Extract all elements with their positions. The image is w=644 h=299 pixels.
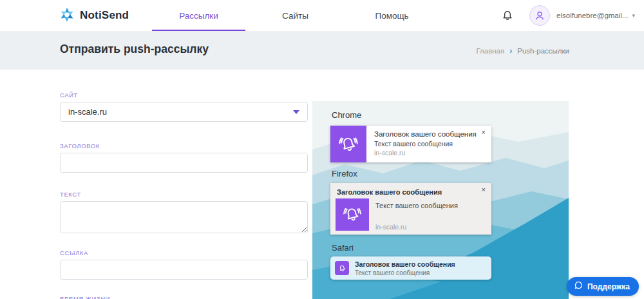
- site-select-value: in-scale.ru: [68, 107, 107, 117]
- site-label: САЙТ: [60, 92, 308, 99]
- safari-notification-body: Заголовок вашего сообщения Текст вашего …: [349, 260, 455, 276]
- chrome-notification-text: Текст вашего сообщения: [374, 140, 477, 148]
- firefox-notification-text: Текст вашего сообщения: [375, 202, 458, 209]
- chrome-notification-bell-icon: [330, 126, 366, 162]
- support-button-label: Поддержка: [587, 282, 630, 291]
- breadcrumb-chevron-icon: ›: [509, 46, 512, 55]
- chrome-notification-url: in-scale.ru: [374, 149, 477, 157]
- title-label: ЗАГОЛОВОК: [60, 142, 308, 150]
- select-caret-icon: [293, 110, 299, 114]
- tab-rassylki[interactable]: Рассылки: [152, 0, 245, 31]
- nav-right-cluster: elsolfunebre@gmail... ▾: [501, 0, 644, 31]
- push-form: САЙТ in-scale.ru ЗАГОЛОВОК ТЕКСТ ССЫЛКА …: [60, 70, 308, 299]
- site-select[interactable]: in-scale.ru: [60, 102, 308, 122]
- breadcrumb-current: Push-рассылки: [517, 47, 569, 55]
- link-label: ССЫЛКА: [60, 249, 308, 256]
- notification-preview-panel: Chrome Заголовок вашего сообщения Текст …: [312, 101, 569, 299]
- field-group-site: САЙТ in-scale.ru: [60, 92, 308, 122]
- field-group-ttl: ВРЕМЯ ЖИЗНИ: [60, 295, 308, 299]
- firefox-notification-bell-icon: [336, 198, 369, 231]
- field-group-link: ССЫЛКА: [60, 249, 308, 280]
- top-navbar: NotiSend Рассылки Сайты Помощь elsolfune…: [0, 0, 644, 31]
- notifications-bell-icon[interactable]: [501, 9, 514, 22]
- ttl-label: ВРЕМЯ ЖИЗНИ: [60, 295, 308, 299]
- firefox-label: Firefox: [332, 169, 357, 178]
- chrome-notification-body: Заголовок вашего сообщения Текст вашего …: [366, 126, 483, 162]
- page-header-strip: Отправить push-рассылку Главная › Push-р…: [0, 31, 644, 70]
- safari-notification-title: Заголовок вашего сообщения: [355, 260, 455, 268]
- safari-label: Safari: [332, 243, 354, 253]
- text-textarea[interactable]: [60, 201, 308, 233]
- text-label: ТЕКСТ: [60, 191, 308, 198]
- field-group-title: ЗАГОЛОВОК: [60, 142, 308, 173]
- chrome-close-icon[interactable]: ×: [482, 129, 486, 136]
- firefox-notification-url: in-scale.ru: [375, 223, 406, 231]
- firefox-notification-title: Заголовок вашего сообщения: [337, 188, 442, 196]
- user-email[interactable]: elsolfunebre@gmail...: [556, 12, 628, 19]
- safari-notification-text: Текст вашего сообщения: [355, 269, 455, 276]
- account-dropdown-caret-icon[interactable]: ▾: [632, 12, 635, 19]
- breadcrumb: Главная › Push-рассылки: [476, 46, 569, 55]
- notisend-pinwheel-icon: [58, 5, 76, 26]
- chat-bubble-icon: [574, 280, 583, 293]
- chrome-notification-title: Заголовок вашего сообщения: [374, 130, 477, 138]
- main-nav: Рассылки Сайты Помощь: [152, 0, 442, 31]
- link-input[interactable]: [60, 260, 308, 280]
- safari-notification-preview: Заголовок вашего сообщения Текст вашего …: [330, 256, 491, 280]
- user-avatar[interactable]: [529, 5, 550, 26]
- chrome-label: Chrome: [332, 110, 361, 120]
- tab-sajty[interactable]: Сайты: [249, 0, 342, 31]
- page-title: Отправить push-рассылку: [60, 43, 209, 56]
- field-group-text: ТЕКСТ: [60, 191, 308, 236]
- title-input[interactable]: [60, 153, 308, 173]
- chrome-notification-preview: Заголовок вашего сообщения Текст вашего …: [330, 126, 491, 162]
- brand-name: NotiSend: [80, 9, 129, 22]
- firefox-close-icon[interactable]: ×: [482, 186, 486, 193]
- tab-pomosch[interactable]: Помощь: [345, 0, 439, 31]
- firefox-notification-preview: Заголовок вашего сообщения × Текст вашег…: [330, 183, 491, 235]
- breadcrumb-home[interactable]: Главная: [476, 47, 504, 55]
- support-button[interactable]: Поддержка: [567, 277, 639, 296]
- safari-notification-bell-icon: [335, 261, 349, 275]
- brand-logo[interactable]: NotiSend: [58, 5, 129, 26]
